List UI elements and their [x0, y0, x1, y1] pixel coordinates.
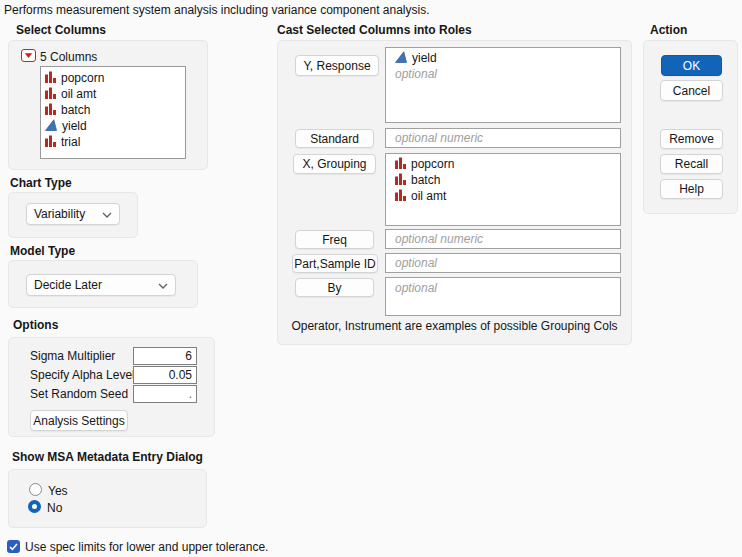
- role-item[interactable]: batch: [391, 172, 620, 188]
- alpha-level-label: Specify Alpha Level: [30, 368, 135, 382]
- by-button[interactable]: By: [295, 278, 374, 297]
- remove-label: Remove: [669, 132, 714, 146]
- freq-box[interactable]: optional numeric: [385, 229, 621, 249]
- list-item[interactable]: batch: [41, 102, 185, 118]
- cancel-button[interactable]: Cancel: [660, 80, 723, 101]
- column-name: batch: [61, 103, 90, 117]
- nominal-column-icon: [45, 135, 56, 150]
- column-name: popcorn: [61, 71, 104, 85]
- analysis-settings-label: Analysis Settings: [33, 414, 124, 428]
- columns-listbox[interactable]: popcorn oil amt batch yield trial: [40, 66, 186, 159]
- continuous-column-icon: [395, 51, 407, 66]
- chart-type-value: Variability: [34, 207, 85, 221]
- help-button[interactable]: Help: [660, 179, 723, 199]
- list-item[interactable]: oil amt: [41, 86, 185, 102]
- role-placeholder: optional numeric: [391, 231, 620, 247]
- options-label: Options: [13, 318, 58, 332]
- role-placeholder: optional numeric: [391, 130, 620, 146]
- list-item[interactable]: trial: [41, 134, 185, 150]
- sigma-multiplier-label: Sigma Multiplier: [30, 349, 115, 363]
- columns-menu-button[interactable]: [21, 49, 36, 62]
- spec-limits-checkbox[interactable]: [7, 540, 20, 553]
- x-grouping-label: X, Grouping: [302, 157, 366, 171]
- chart-type-dropdown[interactable]: Variability: [26, 203, 120, 225]
- cancel-label: Cancel: [673, 84, 710, 98]
- chevron-down-icon: [158, 278, 168, 292]
- sigma-multiplier-value: 6: [185, 349, 192, 363]
- checkmark-icon: [9, 540, 18, 554]
- radio-no[interactable]: [28, 500, 41, 513]
- nominal-column-icon: [45, 71, 56, 86]
- action-label: Action: [650, 23, 687, 37]
- role-item[interactable]: popcorn: [391, 156, 620, 172]
- nominal-column-icon: [395, 173, 406, 188]
- x-grouping-box[interactable]: popcorn batch oil amt: [385, 153, 621, 226]
- list-item[interactable]: popcorn: [41, 70, 185, 86]
- y-response-box[interactable]: yield optional: [385, 47, 621, 123]
- select-columns-label: Select Columns: [16, 23, 106, 37]
- radio-no-label: No: [47, 501, 62, 515]
- role-item-name: oil amt: [411, 189, 446, 203]
- analysis-settings-button[interactable]: Analysis Settings: [30, 410, 128, 431]
- cast-roles-label: Cast Selected Columns into Roles: [277, 23, 472, 37]
- by-label: By: [327, 281, 341, 295]
- continuous-column-icon: [45, 119, 57, 134]
- nominal-column-icon: [395, 157, 406, 172]
- role-item[interactable]: yield: [391, 50, 620, 66]
- part-sample-id-box[interactable]: optional: [385, 253, 621, 273]
- role-placeholder: optional: [391, 255, 620, 271]
- list-item[interactable]: yield: [41, 118, 185, 134]
- role-item-name: yield: [412, 51, 437, 65]
- random-seed-input[interactable]: .: [133, 385, 197, 403]
- nominal-column-icon: [45, 103, 56, 118]
- recall-label: Recall: [675, 157, 708, 171]
- alpha-level-input[interactable]: 0.05: [133, 366, 197, 384]
- part-sample-id-button[interactable]: Part,Sample ID: [292, 254, 378, 273]
- y-response-button[interactable]: Y, Response: [295, 55, 379, 76]
- radio-yes[interactable]: [29, 483, 42, 496]
- freq-button[interactable]: Freq: [295, 230, 374, 249]
- remove-button[interactable]: Remove: [660, 129, 723, 149]
- chart-type-label: Chart Type: [10, 176, 72, 190]
- column-name: yield: [62, 119, 87, 133]
- model-type-dropdown[interactable]: Decide Later: [26, 274, 176, 296]
- alpha-level-value: 0.05: [169, 368, 192, 382]
- standard-label: Standard: [310, 132, 359, 146]
- radio-yes-label: Yes: [48, 484, 68, 498]
- chevron-down-icon: [102, 207, 112, 221]
- freq-label: Freq: [322, 233, 347, 247]
- red-disclosure-triangle-icon: [21, 51, 36, 65]
- msa-dialog-label: Show MSA Metadata Entry Dialog: [12, 450, 203, 464]
- role-placeholder: optional: [391, 66, 620, 82]
- spec-limits-label: Use spec limits for lower and upper tole…: [25, 540, 268, 554]
- sigma-multiplier-input[interactable]: 6: [133, 347, 197, 365]
- random-seed-value: .: [189, 387, 192, 401]
- standard-box[interactable]: optional numeric: [385, 128, 621, 148]
- ok-label: OK: [683, 59, 700, 73]
- role-item-name: popcorn: [411, 157, 454, 171]
- model-type-label: Model Type: [10, 244, 75, 258]
- random-seed-label: Set Random Seed: [30, 387, 128, 401]
- dialog-description: Performs measurement system analysis inc…: [4, 3, 430, 17]
- y-response-label: Y, Response: [303, 59, 370, 73]
- msa-dialog-panel: [8, 469, 207, 528]
- grouping-note: Operator, Instrument are examples of pos…: [277, 319, 632, 333]
- model-type-value: Decide Later: [34, 278, 102, 292]
- help-label: Help: [679, 182, 704, 196]
- by-box[interactable]: optional: [385, 277, 621, 316]
- standard-button[interactable]: Standard: [295, 129, 374, 148]
- role-item-name: batch: [411, 173, 440, 187]
- column-name: trial: [61, 135, 80, 149]
- columns-count-label: 5 Columns: [40, 50, 97, 64]
- x-grouping-button[interactable]: X, Grouping: [293, 154, 376, 174]
- role-item[interactable]: oil amt: [391, 188, 620, 204]
- column-name: oil amt: [61, 87, 96, 101]
- ok-button[interactable]: OK: [661, 55, 722, 76]
- nominal-column-icon: [395, 189, 406, 204]
- role-placeholder: optional: [391, 280, 620, 296]
- recall-button[interactable]: Recall: [660, 154, 723, 174]
- nominal-column-icon: [45, 87, 56, 102]
- part-sample-id-label: Part,Sample ID: [294, 257, 375, 271]
